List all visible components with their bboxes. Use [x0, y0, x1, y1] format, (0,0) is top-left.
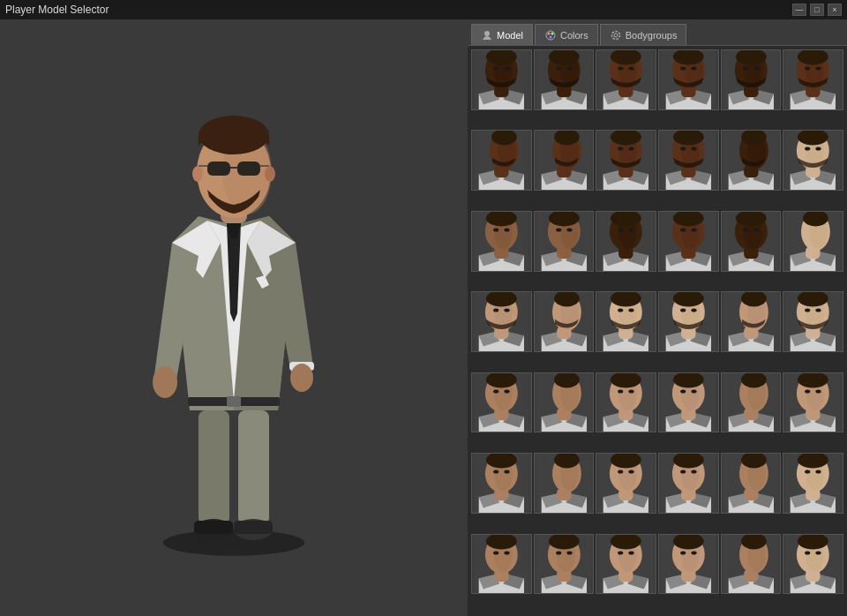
svg-point-127: [504, 228, 509, 231]
model-cell[interactable]: [721, 291, 782, 352]
close-button[interactable]: ×: [828, 4, 842, 16]
model-cell[interactable]: [471, 49, 532, 110]
model-cell[interactable]: [471, 291, 532, 352]
svg-point-119: [816, 147, 821, 151]
model-cell[interactable]: [783, 372, 843, 433]
model-cell[interactable]: [783, 291, 843, 352]
model-cell[interactable]: [721, 49, 782, 110]
svg-point-0: [163, 530, 304, 556]
model-cell[interactable]: [596, 291, 656, 352]
svg-point-261: [504, 470, 509, 474]
svg-point-282: [680, 470, 686, 474]
tab-model-label: Model: [497, 30, 523, 41]
svg-point-97: [629, 147, 634, 151]
svg-point-143: [629, 228, 634, 231]
model-cell[interactable]: [534, 453, 595, 514]
tab-model[interactable]: Model: [471, 24, 533, 45]
svg-point-44: [556, 66, 561, 70]
model-cell[interactable]: [721, 130, 782, 191]
model-cell[interactable]: [721, 211, 782, 272]
svg-point-296: [805, 470, 810, 474]
tab-bar: Model Colors: [468, 19, 847, 46]
svg-point-96: [618, 147, 623, 151]
model-cell[interactable]: [721, 372, 782, 433]
model-cell[interactable]: [783, 211, 843, 272]
app-title: Player Model Selector: [5, 4, 109, 16]
svg-point-320: [618, 551, 623, 554]
svg-point-283: [691, 470, 696, 474]
svg-point-23: [484, 31, 490, 36]
model-cell[interactable]: [596, 372, 656, 433]
svg-point-19: [192, 166, 203, 182]
tab-colors-label: Colors: [560, 30, 588, 41]
svg-point-216: [493, 389, 498, 393]
svg-point-52: [618, 66, 623, 70]
svg-point-150: [680, 228, 686, 231]
model-cell[interactable]: [596, 49, 656, 110]
svg-point-25: [547, 32, 550, 34]
svg-point-304: [493, 551, 498, 554]
model-cell[interactable]: [534, 211, 595, 272]
model-cell[interactable]: [596, 534, 656, 595]
model-cell[interactable]: [783, 49, 843, 110]
model-cell[interactable]: [534, 534, 595, 595]
model-cell[interactable]: [471, 534, 532, 595]
svg-point-9: [290, 364, 313, 392]
model-cell[interactable]: [658, 534, 719, 595]
model-cell[interactable]: [471, 211, 532, 272]
svg-point-230: [618, 389, 623, 393]
main-content: Model Colors: [0, 19, 847, 616]
model-cell[interactable]: [596, 211, 656, 272]
model-cell[interactable]: [534, 291, 595, 352]
tab-bodygroups[interactable]: Bodygroups: [600, 24, 687, 45]
gear-icon: [610, 29, 622, 41]
title-bar-controls: — □ ×: [792, 4, 842, 16]
model-cell[interactable]: [658, 211, 719, 272]
model-cell[interactable]: [534, 49, 595, 110]
model-cell[interactable]: [721, 534, 782, 595]
svg-point-275: [629, 470, 634, 474]
model-cell[interactable]: [596, 453, 656, 514]
model-cell[interactable]: [471, 130, 532, 191]
svg-rect-4: [194, 521, 233, 534]
model-cell[interactable]: [658, 49, 719, 110]
character-model: [119, 66, 349, 569]
svg-point-172: [493, 309, 498, 312]
model-cell[interactable]: [783, 453, 843, 514]
model-cell[interactable]: [471, 372, 532, 433]
tab-colors[interactable]: Colors: [535, 24, 598, 45]
svg-point-142: [618, 228, 623, 231]
svg-point-36: [493, 66, 498, 70]
model-cell[interactable]: [658, 372, 719, 433]
model-cell[interactable]: [658, 130, 719, 191]
model-cell[interactable]: [658, 291, 719, 352]
model-cell[interactable]: [658, 453, 719, 514]
svg-rect-15: [237, 162, 260, 176]
person-icon: [481, 29, 493, 41]
palette-icon: [544, 29, 557, 41]
tab-bodygroups-label: Bodygroups: [626, 30, 678, 41]
svg-point-53: [629, 66, 634, 70]
model-viewer: [0, 19, 468, 616]
svg-point-28: [614, 34, 618, 37]
model-cell[interactable]: [721, 453, 782, 514]
minimize-button[interactable]: —: [792, 4, 806, 16]
grid-container: [468, 46, 847, 616]
model-cell[interactable]: [783, 130, 843, 191]
svg-rect-1: [199, 410, 229, 525]
svg-point-297: [816, 470, 821, 474]
model-cell[interactable]: [596, 130, 656, 191]
model-cell[interactable]: [783, 534, 843, 595]
model-cell[interactable]: [534, 130, 595, 191]
model-cell[interactable]: [534, 372, 595, 433]
svg-point-61: [691, 66, 696, 70]
svg-rect-22: [227, 396, 241, 407]
svg-point-45: [566, 66, 572, 70]
model-cell[interactable]: [471, 453, 532, 514]
svg-point-186: [618, 309, 623, 312]
svg-point-217: [504, 389, 509, 393]
maximize-button[interactable]: □: [810, 4, 824, 16]
svg-point-126: [493, 228, 498, 231]
title-bar: Player Model Selector — □ ×: [0, 0, 847, 19]
svg-point-69: [753, 66, 759, 70]
